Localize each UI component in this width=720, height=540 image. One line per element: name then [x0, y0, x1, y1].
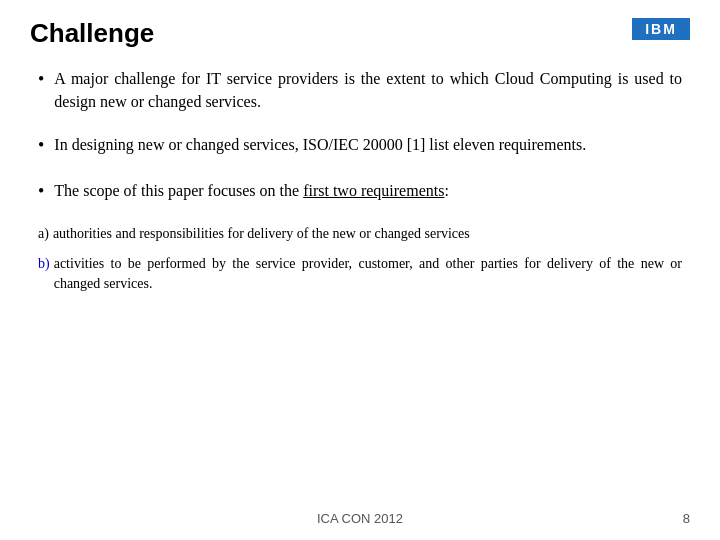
- bullet-text-1: A major challenge for IT service provide…: [54, 67, 682, 113]
- sub-text-a: authorities and responsibilities for del…: [53, 224, 470, 244]
- sub-label-b: b): [38, 254, 50, 274]
- slide: Challenge IBM • A major challenge for IT…: [0, 0, 720, 540]
- bullet-item-3: • The scope of this paper focuses on the…: [38, 179, 682, 204]
- ibm-logo-text: IBM: [645, 21, 677, 37]
- bullet-text-2: In designing new or changed services, IS…: [54, 133, 586, 156]
- header: Challenge IBM: [30, 18, 690, 49]
- sub-item-a: a) authorities and responsibilities for …: [38, 224, 682, 244]
- page-number: 8: [683, 511, 690, 526]
- bullet-marker-2: •: [38, 133, 44, 158]
- sub-text-b: activities to be performed by the servic…: [54, 254, 682, 295]
- sub-item-b: b) activities to be performed by the ser…: [38, 254, 682, 295]
- content-area: • A major challenge for IT service provi…: [30, 67, 690, 295]
- bullet-marker-3: •: [38, 179, 44, 204]
- footer-conference: ICA CON 2012: [0, 511, 720, 526]
- bullet-item-1: • A major challenge for IT service provi…: [38, 67, 682, 113]
- ibm-logo: IBM: [632, 18, 690, 40]
- bullet-marker-1: •: [38, 67, 44, 92]
- bullet3-before: The scope of this paper focuses on the: [54, 182, 303, 199]
- footer: ICA CON 2012: [0, 511, 720, 526]
- bullet-text-3: The scope of this paper focuses on the f…: [54, 179, 449, 202]
- slide-title: Challenge: [30, 18, 154, 49]
- bullet-item-2: • In designing new or changed services, …: [38, 133, 682, 158]
- bullet3-after: :: [444, 182, 448, 199]
- sub-label-a: a): [38, 224, 49, 244]
- bullet3-underlined: first two requirements: [303, 182, 444, 199]
